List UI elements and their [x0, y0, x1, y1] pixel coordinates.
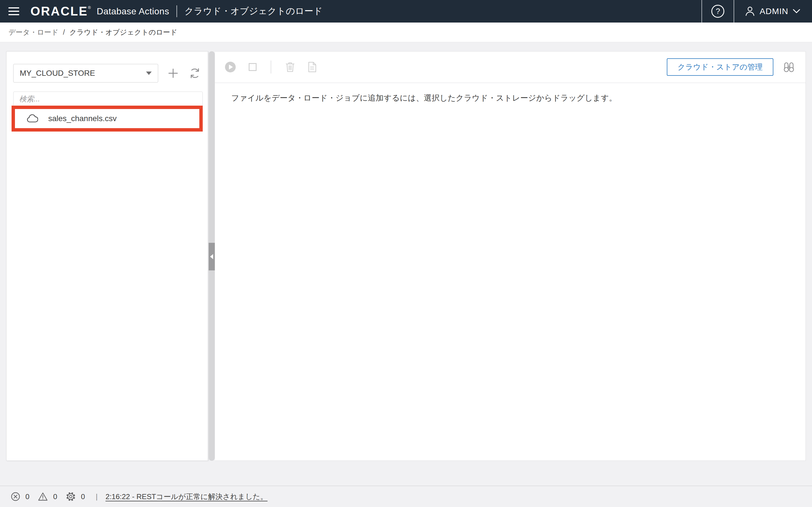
process-counter[interactable]: 0: [66, 492, 85, 502]
header-actions: ? ADMIN: [702, 0, 812, 22]
cloud-store-select-value: MY_CLOUD_STORE: [20, 69, 95, 78]
splitter-collapse-handle[interactable]: [209, 243, 215, 270]
chevron-down-icon: [793, 9, 800, 13]
collapse-arrow-icon: [210, 254, 213, 259]
breadcrumb: データ・ロード / クラウド・オブジェクトのロード: [0, 22, 812, 42]
registered-mark: ®: [88, 5, 92, 10]
user-menu[interactable]: ADMIN: [734, 0, 812, 22]
delete-button[interactable]: [285, 62, 295, 72]
file-search-input[interactable]: [13, 92, 203, 106]
store-select-row: MY_CLOUD_STORE: [13, 64, 202, 82]
document-icon: [308, 62, 316, 72]
process-count: 0: [81, 492, 85, 501]
gear-icon: [66, 492, 76, 502]
title-divider: [176, 5, 177, 17]
help-button[interactable]: ?: [702, 0, 733, 22]
warning-count: 0: [53, 492, 57, 501]
add-cloud-store-button[interactable]: [166, 66, 180, 80]
error-circle-x-icon: [11, 492, 20, 501]
warning-triangle-icon: [38, 492, 48, 501]
manage-cloud-store-button[interactable]: クラウド・ストアの管理: [667, 58, 773, 76]
inspect-files-button[interactable]: [782, 62, 795, 72]
file-name: sales_channels.csv: [48, 114, 117, 123]
error-count: 0: [26, 492, 29, 501]
job-toolbar: クラウド・ストアの管理: [215, 52, 806, 83]
breadcrumb-current: クラウド・オブジェクトのロード: [69, 27, 177, 37]
toolbar-divider: [271, 61, 271, 73]
drop-hint-text: ファイルをデータ・ロード・ジョブに追加するには、選択したクラウド・ストレージから…: [231, 93, 617, 103]
cloud-icon: [27, 114, 38, 123]
trash-icon: [285, 62, 295, 72]
hamburger-menu-icon[interactable]: [8, 7, 19, 15]
error-counter[interactable]: 0: [11, 492, 29, 501]
file-item[interactable]: sales_channels.csv: [15, 109, 199, 128]
report-button[interactable]: [308, 62, 316, 72]
user-icon: [745, 6, 755, 17]
run-button[interactable]: [225, 62, 236, 72]
job-action-group: [225, 61, 316, 73]
refresh-button[interactable]: [188, 66, 202, 80]
header-page-title: クラウド・オブジェクトのロード: [185, 5, 322, 17]
breadcrumb-link-data-load[interactable]: データ・ロード: [8, 27, 58, 37]
status-bar: 0 0 0 | 2:16:22 - RESTコールが正常に解決されました。: [0, 486, 812, 507]
toolbar-right-group: クラウド・ストアの管理: [667, 58, 795, 76]
user-name: ADMIN: [760, 6, 788, 16]
product-name: Database Actions: [97, 6, 169, 17]
stop-button[interactable]: [249, 63, 257, 71]
warning-counter[interactable]: 0: [38, 492, 57, 501]
binoculars-icon: [782, 62, 795, 72]
selection-highlight-annotation: sales_channels.csv: [11, 106, 203, 131]
cloud-store-panel: MY_CLOUD_STORE sales_channels.csv: [6, 51, 208, 461]
app-header: ORACLE® Database Actions クラウド・オブジェクトのロード…: [0, 0, 812, 22]
status-separator: |: [96, 492, 98, 501]
play-icon: [229, 64, 233, 69]
data-load-job-panel: クラウド・ストアの管理 ファイルをデータ・ロード・ジョブに追加するには、選択した…: [215, 51, 806, 461]
status-message-link[interactable]: 2:16:22 - RESTコールが正常に解決されました。: [105, 492, 267, 502]
refresh-icon: [189, 67, 201, 79]
cloud-store-select[interactable]: MY_CLOUD_STORE: [13, 64, 158, 82]
help-icon: ?: [711, 5, 724, 18]
oracle-logo: ORACLE®: [31, 5, 92, 17]
breadcrumb-separator: /: [63, 28, 65, 36]
select-caret-icon: [146, 71, 152, 75]
plus-icon: [168, 68, 179, 78]
